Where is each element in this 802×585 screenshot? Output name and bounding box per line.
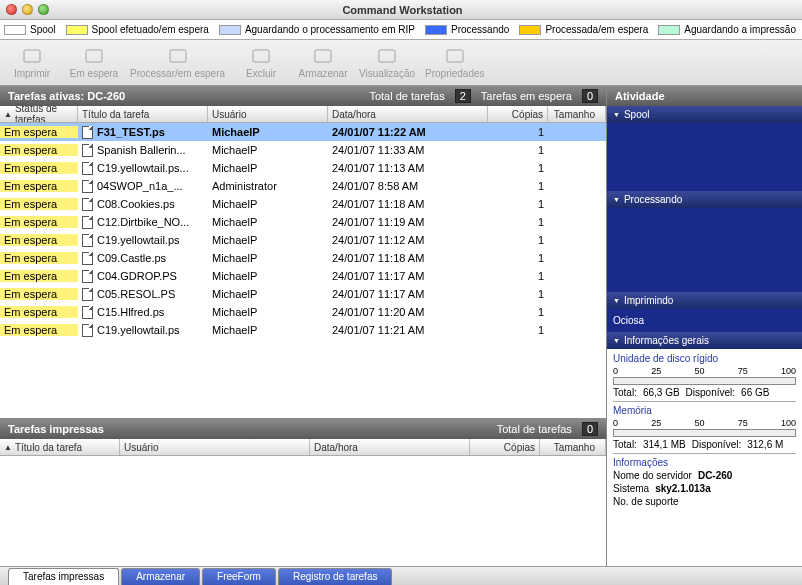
active-jobs-title: Tarefas ativas: DC-260 [8, 90, 125, 102]
legend-swatch [4, 25, 26, 35]
activity-processing-body [607, 208, 802, 292]
cell-status: Em espera [0, 216, 78, 228]
activity-printing-header[interactable]: Imprimindo [607, 292, 802, 309]
total-jobs-count: 2 [455, 89, 471, 103]
properties-button[interactable]: Propriedades [425, 46, 484, 79]
printed-total-count: 0 [582, 422, 598, 436]
pcol-title[interactable]: ▲Título da tarefa [0, 439, 120, 455]
minimize-window-button[interactable] [22, 4, 33, 15]
pcol-user[interactable]: Usuário [120, 439, 310, 455]
activity-header: Atividade [607, 86, 802, 106]
col-status[interactable]: ▲Status de tarefas [0, 106, 78, 122]
table-row[interactable]: Em esperaSpanish Ballerin...MichaelP24/0… [0, 141, 606, 159]
cell-status: Em espera [0, 126, 78, 138]
cell-title: 04SWOP_n1a_... [78, 180, 208, 193]
print-button[interactable]: Imprimir [6, 46, 58, 79]
table-row[interactable]: Em esperaC05.RESOL.PSMichaelP24/01/07 11… [0, 285, 606, 303]
pcol-size[interactable]: Tamanho [540, 439, 606, 455]
cell-date: 24/01/07 11:13 AM [328, 162, 488, 174]
col-title[interactable]: Título da tarefa [78, 106, 208, 122]
legend-label: Processada/em espera [545, 24, 648, 35]
cell-status: Em espera [0, 252, 78, 264]
table-row[interactable]: Em esperaC04.GDROP.PSMichaelP24/01/07 11… [0, 267, 606, 285]
cell-copies: 1 [488, 144, 548, 156]
svg-rect-0 [24, 50, 40, 62]
cell-copies: 1 [488, 216, 548, 228]
cell-title: C19.yellowtail.ps... [78, 162, 208, 175]
process-hold-button[interactable]: Processar/em espera [130, 46, 225, 79]
cell-title: C15.Hlfred.ps [78, 306, 208, 319]
document-icon [82, 234, 93, 247]
legend-item: Aguardando a impressão [658, 24, 796, 35]
table-row[interactable]: Em esperaC15.Hlfred.psMichaelP24/01/07 1… [0, 303, 606, 321]
cell-copies: 1 [488, 126, 548, 138]
pcol-copies[interactable]: Cópias [470, 439, 540, 455]
cell-user: MichaelP [208, 162, 328, 174]
tab[interactable]: Tarefas impressas [8, 568, 119, 585]
printed-table-body[interactable] [0, 456, 606, 566]
zoom-window-button[interactable] [38, 4, 49, 15]
cell-title: C04.GDROP.PS [78, 270, 208, 283]
queued-jobs-label: Tarefas em espera [481, 90, 572, 102]
tab[interactable]: Registro de tarefas [278, 568, 393, 585]
printed-jobs-header: Tarefas impressas Total de tarefas 0 [0, 419, 606, 439]
col-size[interactable]: Tamanho [548, 106, 606, 122]
general-info-header[interactable]: Informações gerais [607, 332, 802, 349]
document-icon [82, 144, 93, 157]
table-row[interactable]: Em esperaC09.Castle.psMichaelP24/01/07 1… [0, 249, 606, 267]
cell-user: MichaelP [208, 126, 328, 138]
table-row[interactable]: Em esperaC19.yellowtail.ps...MichaelP24/… [0, 159, 606, 177]
table-row[interactable]: Em esperaC12.Dirtbike_NO...MichaelP24/01… [0, 213, 606, 231]
toolbar-label: Excluir [246, 68, 276, 79]
table-row[interactable]: Em esperaC19.yellowtail.psMichaelP24/01/… [0, 321, 606, 339]
cell-date: 24/01/07 11:21 AM [328, 324, 488, 336]
cell-user: MichaelP [208, 270, 328, 282]
document-icon [82, 306, 93, 319]
pcol-date[interactable]: Data/hora [310, 439, 470, 455]
hdd-label: Unidade de disco rígido [613, 353, 796, 364]
archive-button[interactable]: Armazenar [297, 46, 349, 79]
tab[interactable]: FreeForm [202, 568, 276, 585]
cell-copies: 1 [488, 180, 548, 192]
col-user[interactable]: Usuário [208, 106, 328, 122]
printed-total-label: Total de tarefas [497, 423, 572, 435]
svg-rect-3 [253, 50, 269, 62]
activity-processing-header[interactable]: Processando [607, 191, 802, 208]
active-table-body[interactable]: Em esperaF31_TEST.psMichaelP24/01/07 11:… [0, 123, 606, 418]
delete-button[interactable]: Excluir [235, 46, 287, 79]
toolbar-label: Em espera [70, 68, 118, 79]
hdd-gauge-bar [613, 377, 796, 385]
toolbar-label: Visualização [359, 68, 415, 79]
col-copies[interactable]: Cópias [488, 106, 548, 122]
active-jobs-header: Tarefas ativas: DC-260 Total de tarefas … [0, 86, 606, 106]
activity-spool-header[interactable]: Spool [607, 106, 802, 123]
queued-jobs-count: 0 [582, 89, 598, 103]
cell-status: Em espera [0, 288, 78, 300]
cell-date: 24/01/07 11:22 AM [328, 126, 488, 138]
table-row[interactable]: Em esperaF31_TEST.psMichaelP24/01/07 11:… [0, 123, 606, 141]
svg-rect-1 [86, 50, 102, 62]
cell-date: 24/01/07 11:19 AM [328, 216, 488, 228]
document-icon [82, 180, 93, 193]
col-date[interactable]: Data/hora [328, 106, 488, 122]
cell-user: MichaelP [208, 144, 328, 156]
cell-title: C12.Dirtbike_NO... [78, 216, 208, 229]
preview-button[interactable]: Visualização [359, 46, 415, 79]
tab[interactable]: Armazenar [121, 568, 200, 585]
toolbar-label: Armazenar [299, 68, 348, 79]
cell-status: Em espera [0, 306, 78, 318]
cell-status: Em espera [0, 270, 78, 282]
cell-date: 24/01/07 11:17 AM [328, 288, 488, 300]
close-window-button[interactable] [6, 4, 17, 15]
cell-user: MichaelP [208, 198, 328, 210]
cell-status: Em espera [0, 144, 78, 156]
cell-title: C19.yellowtail.ps [78, 234, 208, 247]
cell-date: 24/01/07 11:33 AM [328, 144, 488, 156]
table-row[interactable]: Em esperaC08.Cookies.psMichaelP24/01/07 … [0, 195, 606, 213]
table-row[interactable]: Em espera04SWOP_n1a_...Administrator24/0… [0, 177, 606, 195]
hold-button[interactable]: Em espera [68, 46, 120, 79]
legend-item: Processada/em espera [519, 24, 648, 35]
table-row[interactable]: Em esperaC19.yellowtail.psMichaelP24/01/… [0, 231, 606, 249]
bottom-tabs: Tarefas impressasArmazenarFreeFormRegist… [0, 566, 802, 585]
cell-status: Em espera [0, 324, 78, 336]
